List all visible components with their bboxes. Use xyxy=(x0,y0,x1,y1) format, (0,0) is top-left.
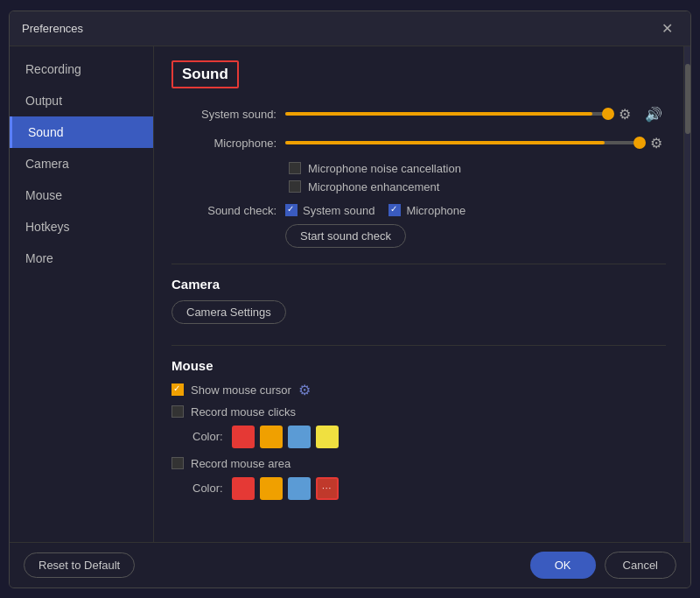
sidebar-item-more[interactable]: More xyxy=(10,243,153,274)
ok-button[interactable]: OK xyxy=(530,552,596,579)
dialog-body: Recording Output Sound Camera Mouse Hotk… xyxy=(10,46,690,542)
show-mouse-cursor-label: Show mouse cursor xyxy=(191,383,291,397)
footer: Reset to Default OK Cancel xyxy=(10,542,690,587)
preferences-dialog: Preferences ✕ Recording Output Sound Cam… xyxy=(9,11,691,588)
record-mouse-area-label: Record mouse area xyxy=(191,457,290,470)
sound-check-options: System sound Microphone xyxy=(285,204,466,217)
sidebar-item-output[interactable]: Output xyxy=(10,85,153,116)
color-label-2: Color: xyxy=(192,482,223,495)
system-sound-track[interactable] xyxy=(285,112,608,116)
system-sound-check-option: System sound xyxy=(285,204,374,217)
system-sound-speaker-icon[interactable]: 🔊 xyxy=(641,104,666,124)
sound-section-title: Sound xyxy=(172,60,239,88)
sound-check-row: Sound check: System sound Microphone xyxy=(172,204,666,217)
noise-cancellation-checkbox[interactable] xyxy=(289,162,301,174)
mouse-heading: Mouse xyxy=(172,358,666,373)
microphone-check-option: Microphone xyxy=(388,204,466,217)
mouse-section: Mouse Show mouse cursor ⚙ Record mouse c… xyxy=(172,345,666,500)
microphone-slider-container: ⚙ xyxy=(285,133,666,153)
footer-actions: OK Cancel xyxy=(530,552,676,579)
record-mouse-area-row: Record mouse area xyxy=(172,457,666,470)
record-mouse-clicks-row: Record mouse clicks xyxy=(172,405,666,419)
mouse-clicks-color-row: Color: xyxy=(192,426,666,448)
microphone-label: Microphone: xyxy=(172,137,276,150)
color-dots-icon: ··· xyxy=(322,483,332,493)
mouse-cursor-settings-icon[interactable]: ⚙ xyxy=(298,382,311,398)
system-sound-slider-container: ⚙ 🔊 xyxy=(285,104,666,124)
record-mouse-clicks-checkbox[interactable] xyxy=(172,405,184,418)
record-mouse-clicks-label: Record mouse clicks xyxy=(191,405,296,419)
camera-settings-button[interactable]: Camera Settings xyxy=(172,300,286,324)
sidebar-item-sound[interactable]: Sound xyxy=(10,116,153,148)
sidebar-item-hotkeys[interactable]: Hotkeys xyxy=(10,211,153,243)
color-swatch-yellow-1[interactable] xyxy=(316,426,339,448)
system-sound-check-checkbox[interactable] xyxy=(285,204,298,216)
microphone-row: Microphone: ⚙ xyxy=(172,133,666,153)
microphone-check-label: Microphone xyxy=(406,204,466,217)
system-sound-fill xyxy=(285,112,592,116)
color-swatch-orange-2[interactable] xyxy=(260,477,283,500)
microphone-options: Microphone noise cancellation Microphone… xyxy=(289,162,666,193)
cancel-button[interactable]: Cancel xyxy=(605,552,676,579)
start-sound-check-button[interactable]: Start sound check xyxy=(285,224,406,248)
dialog-title: Preferences xyxy=(22,22,83,35)
microphone-check-checkbox[interactable] xyxy=(388,204,401,216)
system-sound-label: System sound: xyxy=(172,108,276,121)
system-sound-settings-icon[interactable]: ⚙ xyxy=(615,104,634,124)
mouse-area-color-row: Color: ··· xyxy=(192,477,666,500)
sidebar-item-mouse[interactable]: Mouse xyxy=(10,179,153,211)
sidebar: Recording Output Sound Camera Mouse Hotk… xyxy=(10,46,154,542)
scrollbar-thumb[interactable] xyxy=(685,64,690,134)
color-swatch-blue-2[interactable] xyxy=(288,477,311,500)
show-mouse-cursor-row: Show mouse cursor ⚙ xyxy=(172,382,666,398)
microphone-thumb xyxy=(634,137,646,149)
color-label-1: Color: xyxy=(192,430,223,443)
noise-cancellation-label: Microphone noise cancellation xyxy=(308,162,461,175)
system-sound-thumb xyxy=(602,108,614,120)
show-mouse-cursor-checkbox[interactable] xyxy=(172,383,184,396)
microphone-fill xyxy=(285,141,605,144)
main-content: Sound System sound: ⚙ 🔊 Microphone: xyxy=(154,46,683,542)
enhancement-row: Microphone enhancement xyxy=(289,180,666,193)
record-mouse-area-checkbox[interactable] xyxy=(172,457,184,469)
system-sound-check-label: System sound xyxy=(303,204,374,217)
sidebar-item-camera[interactable]: Camera xyxy=(10,148,153,179)
color-swatch-blue-1[interactable] xyxy=(288,426,311,448)
microphone-track[interactable] xyxy=(285,141,640,144)
noise-cancellation-row: Microphone noise cancellation xyxy=(289,162,666,175)
color-swatch-more-2[interactable]: ··· xyxy=(316,477,339,500)
color-swatch-red-1[interactable] xyxy=(232,426,255,448)
enhancement-label: Microphone enhancement xyxy=(308,180,439,193)
microphone-settings-icon[interactable]: ⚙ xyxy=(647,133,666,153)
camera-heading: Camera xyxy=(172,277,666,292)
color-swatch-orange-1[interactable] xyxy=(260,426,283,448)
enhancement-checkbox[interactable] xyxy=(289,180,301,193)
sidebar-item-recording[interactable]: Recording xyxy=(10,53,153,85)
camera-section: Camera Camera Settings xyxy=(172,264,666,336)
close-button[interactable]: ✕ xyxy=(656,18,678,39)
scrollbar[interactable] xyxy=(683,46,690,542)
sound-check-label: Sound check: xyxy=(172,204,276,217)
title-bar: Preferences ✕ xyxy=(10,11,690,46)
reset-to-default-button[interactable]: Reset to Default xyxy=(24,552,135,578)
system-sound-row: System sound: ⚙ 🔊 xyxy=(172,104,666,124)
color-swatch-red-2[interactable] xyxy=(232,477,255,500)
